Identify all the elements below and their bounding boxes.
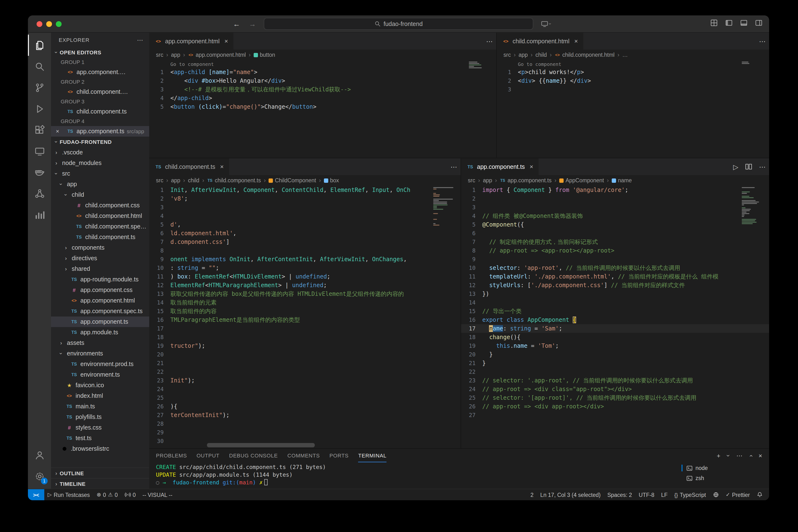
code-text[interactable]: import { Component } from '@angular/core… [482, 186, 628, 194]
close-icon[interactable]: × [530, 163, 533, 170]
line-number[interactable]: 5 [149, 102, 170, 111]
code-text[interactable]: terContentInit"); [170, 411, 229, 419]
line-number[interactable]: 12 [149, 281, 170, 289]
line-number[interactable]: 9 [461, 255, 482, 264]
line-number[interactable]: 1 [149, 186, 170, 194]
line-number[interactable]: 23 [149, 376, 170, 385]
line-number[interactable]: 18 [461, 333, 482, 342]
back-icon[interactable]: ← [233, 20, 240, 28]
activity-remote-explorer[interactable] [28, 140, 51, 162]
line-number[interactable]: 14 [149, 298, 170, 307]
line-number[interactable]: 2 [497, 76, 518, 85]
breadcrumb-item[interactable]: AppComponent [559, 177, 604, 183]
tree-file[interactable]: TSapp.module.ts [51, 327, 149, 338]
code-text[interactable]: 'v8'; [170, 194, 188, 203]
line-number[interactable]: 18 [149, 333, 170, 342]
code-text[interactable]: Init, AfterViewInit, Component, ContentC… [170, 186, 410, 194]
tree-file[interactable]: TSmain.ts [51, 401, 149, 412]
line-number[interactable]: 2 [149, 76, 170, 85]
line-number[interactable]: 20 [461, 350, 482, 359]
status-problems[interactable]: ⊗0⚠0 [93, 489, 121, 500]
toggle-secondary-sidebar-icon[interactable] [755, 19, 762, 28]
code-text[interactable]: @Component({ [482, 220, 524, 229]
breadcrumb-item[interactable]: src [156, 177, 163, 183]
breadcrumb-item[interactable]: app [519, 52, 528, 58]
panel-tab-terminal[interactable]: TERMINAL [358, 449, 387, 462]
status-indentation[interactable]: Spaces: 2 [604, 489, 635, 500]
activity-source-control[interactable] [28, 77, 51, 98]
tree-folder[interactable]: ›child [51, 190, 149, 200]
code-text[interactable]: Go to component [170, 60, 214, 68]
close-icon[interactable]: × [574, 38, 578, 45]
line-number[interactable]: 8 [461, 246, 482, 255]
breadcrumb-item[interactable]: TSapp.component.ts [500, 177, 552, 183]
line-number[interactable]: 4 [461, 212, 482, 220]
code-text[interactable]: // selector: '.app-root', // 当前组件调用的时候你要… [482, 376, 693, 385]
line-number[interactable]: 9 [149, 255, 170, 264]
tree-file[interactable]: TSapp.component.ts [51, 317, 149, 327]
close-icon[interactable]: × [56, 128, 59, 135]
line-number[interactable]: 27 [149, 411, 170, 419]
line-number[interactable]: 10 [149, 264, 170, 272]
panel-tab-output[interactable]: OUTPUT [197, 449, 220, 462]
minimize-window-button[interactable] [46, 21, 52, 27]
line-number[interactable]: 23 [461, 376, 482, 385]
breadcrumb-item[interactable]: app [171, 52, 180, 58]
line-number[interactable]: 20 [149, 350, 170, 359]
line-number[interactable]: 11 [461, 272, 482, 281]
tree-file[interactable]: ★favicon.ico [51, 380, 149, 391]
status-ports[interactable]: 0 [121, 489, 139, 500]
line-number[interactable]: 3 [461, 203, 482, 212]
status-vim-mode[interactable]: -- VISUAL -- [139, 489, 176, 500]
project-header[interactable]: ›FUDAO-FRONTEND [51, 137, 149, 147]
close-panel-icon[interactable]: × [759, 452, 762, 459]
code-text[interactable]: TMLParagraphElement是当前组件的内容的类型 [170, 316, 300, 324]
editor-action-more[interactable]: ⋯ [483, 33, 496, 50]
activity-docker[interactable] [28, 162, 51, 183]
line-number[interactable]: 21 [149, 359, 170, 367]
tab-app.component.html[interactable]: <>app.component.html× [149, 33, 234, 50]
tree-folder[interactable]: ›shared [51, 264, 149, 274]
code-text[interactable]: // app-root => <div class="app-root"></d… [482, 385, 632, 394]
code-text[interactable]: name: string = 'Sam'; [482, 324, 562, 333]
breadcrumb-item[interactable]: … [622, 52, 628, 58]
terminal-dropdown-icon[interactable]: › [725, 454, 732, 456]
breadcrumb-item[interactable]: button [254, 52, 275, 58]
line-number[interactable] [149, 60, 170, 68]
code-text[interactable]: // 制定组件的使用方式，当前问标记形式 [482, 238, 598, 246]
line-number[interactable]: 19 [149, 342, 170, 350]
code-text[interactable]: Go to component [518, 60, 561, 68]
tree-file[interactable]: TSapp.component.spec.ts [51, 306, 149, 317]
code-text[interactable]: ){ [170, 402, 178, 411]
sidebar-section-outline[interactable]: ›OUTLINE [51, 468, 149, 478]
tree-file[interactable]: #styles.css [51, 422, 149, 433]
line-number[interactable]: 17 [461, 324, 482, 333]
tree-folder[interactable]: ›src [51, 168, 149, 179]
line-number[interactable]: 13 [149, 289, 170, 298]
line-number[interactable]: 29 [149, 428, 170, 437]
line-number[interactable]: 24 [149, 385, 170, 394]
code-text[interactable]: tructor"); [170, 342, 205, 350]
breadcrumb-item[interactable]: <>app.component.html [188, 52, 246, 58]
code-text[interactable]: ld.component.html', [170, 229, 237, 238]
line-number[interactable]: 6 [461, 229, 482, 238]
new-terminal-icon[interactable]: + [717, 452, 721, 459]
open-editor-item[interactable]: ×TSapp.component.tssrc/app [51, 126, 149, 137]
line-number[interactable]: 16 [149, 316, 170, 324]
breadcrumb-item[interactable]: child [188, 177, 199, 183]
panel-tab-debug-console[interactable]: DEBUG CONSOLE [229, 449, 278, 462]
status-cursor-position[interactable]: Ln 17, Col 3 (4 selected) [537, 489, 604, 500]
tree-file[interactable]: TSenvironment.prod.ts [51, 359, 149, 369]
code-text[interactable]: change(){ [482, 333, 521, 342]
line-number[interactable] [497, 60, 518, 68]
line-number[interactable]: 25 [149, 394, 170, 402]
code-text[interactable]: </app-child> [170, 94, 212, 102]
open-editor-item[interactable]: <>child.component.html [51, 87, 149, 97]
status-prettier[interactable]: ✓Prettier [722, 489, 753, 500]
code-text[interactable]: d.component.css'] [170, 238, 229, 246]
tree-folder[interactable]: ›directives [51, 253, 149, 264]
line-number[interactable]: 4 [149, 212, 170, 220]
code-text[interactable]: templateUrl: './app.component.html', // … [482, 272, 718, 281]
line-number[interactable]: 10 [461, 264, 482, 272]
tree-file[interactable]: TStest.ts [51, 433, 149, 443]
